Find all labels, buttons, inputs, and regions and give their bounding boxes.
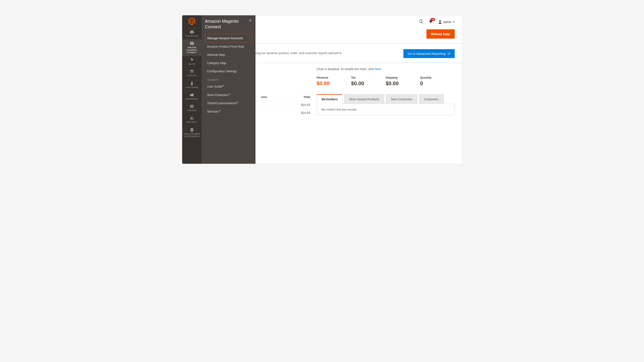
external-link-icon: ⧉ [219, 110, 220, 112]
flyout-configuration-settings[interactable]: Configuration Settings [205, 67, 252, 75]
nav-customers[interactable]: CUSTOMERS [182, 79, 202, 91]
external-link-icon: ⧉ [229, 93, 230, 95]
flyout-panel: Amazon Magento Connect ✕ Manage Amazon A… [202, 15, 256, 164]
go-to-advanced-reporting-button[interactable]: Go to Advanced Reporting [404, 49, 455, 58]
nav-label: FIND PARTNERS & EXTENSIONS [184, 133, 200, 137]
dashboard-tabs: Bestsellers Most Viewed Products New Cus… [317, 94, 455, 104]
flyout-category-map[interactable]: Category Map [205, 59, 252, 67]
nav-marketing[interactable]: MARKETING [182, 91, 202, 102]
nav-label: SALES [188, 63, 195, 65]
nav-dashboard[interactable]: DASHBOARD [182, 28, 202, 39]
external-link-icon [447, 52, 450, 55]
nav-reports[interactable]: REPORTS [182, 114, 202, 125]
flyout-title: Amazon Magento Connect [205, 18, 248, 30]
nav-label: MARKETING [186, 98, 198, 100]
admin-username: admin [443, 20, 452, 24]
stat-quantity: Quantity 0 [420, 76, 442, 87]
stat-value: $0.00 [317, 81, 338, 87]
notification-badge: 18 [430, 18, 435, 21]
flyout-attribute-map[interactable]: Attribute Map [205, 51, 252, 59]
flyout-manage-amazon-accounts[interactable]: Manage Amazon Accounts [205, 34, 252, 43]
nav-sales[interactable]: SALES [182, 56, 202, 67]
reload-data-button[interactable]: Reload Data [426, 29, 455, 39]
order-total: $24.95 [274, 103, 312, 107]
nav-catalog[interactable]: CATALOG [182, 67, 202, 79]
flyout-support-header: Support [205, 75, 252, 82]
stats-row: Revenue $0.00 Tax $0.00 Shipping $0.00 Q… [317, 76, 455, 87]
stat-revenue: Revenue $0.00 [317, 76, 338, 87]
nav-find-partners[interactable]: FIND PARTNERS & EXTENSIONS [182, 125, 202, 140]
flyout-services[interactable]: Services⧉ [205, 107, 252, 116]
tab-new-customers[interactable]: New Customers [386, 94, 418, 104]
stat-tax: Tax $0.00 [351, 76, 373, 87]
admin-sidebar: DASHBOARD AMAZON MAGENTO CONNECT SALES C… [182, 15, 202, 164]
tab-content: We couldn't find any records. [317, 104, 455, 115]
flyout-user-guide[interactable]: User Guide⧉ [205, 82, 252, 91]
stat-label: Revenue [317, 76, 338, 79]
tab-bestsellers[interactable]: Bestsellers [317, 94, 343, 104]
stat-value: 0 [420, 81, 442, 87]
nav-amazon-magento-connect[interactable]: AMAZON MAGENTO CONNECT [182, 39, 202, 56]
nav-label: REPORTS [187, 121, 197, 123]
user-icon [438, 20, 442, 24]
column-header-total: Total [274, 95, 312, 99]
enable-chart-link[interactable]: here [375, 67, 381, 71]
nav-label: CONTENT [187, 109, 197, 112]
flyout-amazon-product-price-rule[interactable]: Amazon Product Price Rule [205, 43, 252, 51]
external-link-icon: ⧉ [223, 85, 224, 87]
chevron-down-icon [453, 21, 455, 23]
stat-value: $0.00 [386, 81, 407, 87]
search-icon[interactable] [419, 19, 424, 25]
stat-label: Quantity [420, 76, 442, 79]
empty-records-text: We couldn't find any records. [321, 108, 450, 111]
stat-label: Shipping [386, 76, 407, 79]
stat-label: Tax [351, 76, 373, 79]
chart-disabled-note: Chart is disabled. To enable the chart, … [317, 67, 455, 71]
external-link-icon: ⧉ [237, 101, 238, 103]
flyout-ticket-customisations[interactable]: Ticket/Customisations⧉ [205, 99, 252, 107]
admin-account-menu[interactable]: admin [438, 20, 454, 24]
nav-label: CUSTOMERS [185, 86, 198, 89]
stat-shipping: Shipping $0.00 [386, 76, 407, 87]
stat-value: $0.00 [351, 81, 373, 87]
tab-customers[interactable]: Customers [419, 94, 444, 104]
notifications-icon[interactable]: 18 [428, 19, 433, 25]
nav-label: DASHBOARD [185, 35, 198, 37]
order-total: $24.95 [274, 111, 312, 115]
close-icon[interactable]: ✕ [248, 18, 252, 23]
nav-label: CATALOG [187, 74, 197, 77]
nav-label: AMAZON MAGENTO CONNECT [187, 46, 197, 54]
nav-content[interactable]: CONTENT [182, 102, 202, 114]
flyout-store-extension[interactable]: Store Extension⧉ [205, 91, 252, 99]
magento-logo[interactable] [184, 15, 200, 28]
app-window: DASHBOARD AMAZON MAGENTO CONNECT SALES C… [182, 15, 462, 164]
tab-most-viewed-products[interactable]: Most Viewed Products [344, 94, 384, 104]
